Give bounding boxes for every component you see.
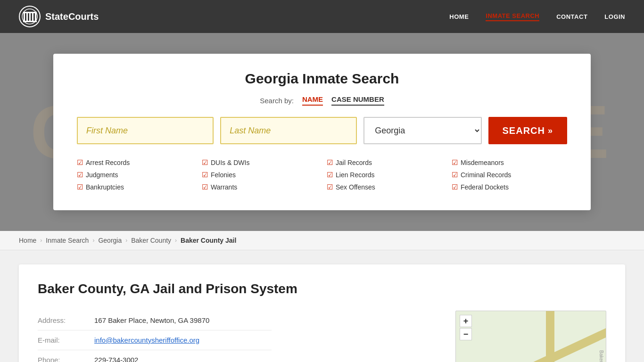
label-address: Address: (38, 311, 94, 330)
map-road (546, 311, 554, 362)
checkbox-label: Jail Records (336, 159, 372, 166)
logo-text: StateCourts (45, 11, 99, 22)
breadcrumb-home[interactable]: Home (19, 237, 36, 244)
breadcrumb-current: Baker County Jail (181, 237, 236, 244)
breadcrumb-georgia[interactable]: Georgia (98, 237, 122, 244)
value-address: 167 Baker Place, Newton, GA 39870 (94, 311, 272, 330)
search-modal: Georgia Inmate Search Search by: NAME CA… (53, 54, 591, 210)
logo-icon (19, 6, 41, 27)
tab-case-number[interactable]: CASE NUMBER (331, 95, 384, 106)
checkbox-label: Bankruptcies (86, 183, 124, 191)
main-nav: HOME INMATE SEARCH CONTACT LOGIN (449, 12, 625, 21)
label-phone: Phone: (38, 350, 94, 362)
value-phone: 229-734-3002 (94, 350, 272, 362)
checkboxes-grid: ☑ Arrest Records ☑ DUIs & DWIs ☑ Jail Re… (77, 158, 567, 191)
svg-rect-5 (32, 13, 33, 21)
checkmark-icon: ☑ (327, 158, 333, 167)
checkmark-icon: ☑ (77, 183, 83, 191)
breadcrumb-baker-county[interactable]: Baker County (131, 237, 171, 244)
checkbox-judgments: ☑ Judgments (77, 171, 192, 179)
main-content: Baker County, GA Jail and Prison System … (0, 250, 644, 362)
svg-rect-7 (23, 12, 37, 13)
checkmark-icon: ☑ (452, 158, 458, 167)
checkbox-label: Arrest Records (86, 159, 130, 166)
checkbox-misdemeanors: ☑ Misdemeanors (452, 158, 567, 167)
card-title: Baker County, GA Jail and Prison System (38, 281, 606, 296)
svg-rect-6 (35, 13, 36, 21)
state-select-wrapper: Georgia Alabama Florida Tennessee (363, 117, 481, 144)
checkbox-jail-records: ☑ Jail Records (327, 158, 442, 167)
checkbox-sex-offenses: ☑ Sex Offenses (327, 183, 442, 191)
state-select[interactable]: Georgia Alabama Florida Tennessee (363, 117, 481, 144)
breadcrumb-inmate-search[interactable]: Inmate Search (46, 237, 89, 244)
checkbox-label: Felonies (211, 171, 236, 179)
table-row: E-mail: info@bakercountysheriffoffice.or… (38, 330, 272, 350)
checkmark-icon: ☑ (202, 171, 208, 179)
modal-title: Georgia Inmate Search (77, 71, 567, 87)
checkbox-label: DUIs & DWIs (211, 159, 249, 166)
checkbox-duis-dwis: ☑ DUIs & DWIs (202, 158, 317, 167)
content-card: Baker County, GA Jail and Prison System … (19, 264, 625, 362)
logo[interactable]: StateCourts (19, 6, 99, 27)
breadcrumb-sep-3: › (125, 237, 127, 244)
checkbox-felonies: ☑ Felonies (202, 171, 317, 179)
checkmark-icon: ☑ (202, 158, 208, 167)
breadcrumb: Home › Inmate Search › Georgia › Baker C… (0, 231, 644, 250)
checkbox-label: Federal Dockets (461, 183, 509, 191)
search-by-label: Search by: (260, 97, 294, 105)
tab-name[interactable]: NAME (302, 95, 323, 106)
checkbox-arrest-records: ☑ Arrest Records (77, 158, 192, 167)
nav-login[interactable]: LOGIN (604, 13, 625, 20)
checkbox-label: Warrants (211, 183, 237, 191)
search-button[interactable]: SEARCH » (488, 117, 567, 144)
svg-rect-3 (26, 13, 28, 21)
checkmark-icon: ☑ (452, 183, 458, 191)
checkmark-icon: ☑ (77, 171, 83, 179)
checkbox-label: Judgments (86, 171, 118, 179)
checkbox-warrants: ☑ Warrants (202, 183, 317, 191)
search-inputs-row: Georgia Alabama Florida Tennessee SEARCH… (77, 117, 567, 144)
map-zoom-in[interactable]: + (460, 315, 472, 327)
svg-rect-8 (23, 21, 37, 22)
nav-contact[interactable]: CONTACT (556, 13, 587, 20)
table-row: Phone: 229-734-3002 (38, 350, 272, 362)
breadcrumb-sep-2: › (92, 237, 94, 244)
checkbox-federal-dockets: ☑ Federal Dockets (452, 183, 567, 191)
checkbox-bankruptcies: ☑ Bankruptcies (77, 183, 192, 191)
email-link[interactable]: info@bakercountysheriffoffice.org (94, 336, 199, 344)
checkbox-lien-records: ☑ Lien Records (327, 171, 442, 179)
checkmark-icon: ☑ (77, 158, 83, 167)
card-body-row: Address: 167 Baker Place, Newton, GA 398… (38, 311, 606, 362)
map-zoom-out[interactable]: − (460, 328, 472, 340)
first-name-input[interactable] (77, 117, 214, 144)
info-table: Address: 167 Baker Place, Newton, GA 398… (38, 311, 272, 362)
info-section: Address: 167 Baker Place, Newton, GA 398… (38, 311, 441, 362)
nav-home[interactable]: HOME (449, 13, 469, 20)
search-chevron-icon: » (548, 126, 553, 136)
breadcrumb-sep-4: › (175, 237, 177, 244)
search-button-label: SEARCH (503, 125, 545, 136)
checkmark-icon: ☑ (327, 171, 333, 179)
search-by-row: Search by: NAME CASE NUMBER (77, 95, 567, 106)
value-email: info@bakercountysheriffoffice.org (94, 330, 272, 350)
breadcrumb-sep-1: › (40, 237, 42, 244)
table-row: Address: 167 Baker Place, Newton, GA 398… (38, 311, 272, 330)
map-label: Baker C (599, 350, 604, 362)
checkbox-criminal-records: ☑ Criminal Records (452, 171, 567, 179)
checkbox-label: Lien Records (336, 171, 375, 179)
checkmark-icon: ☑ (452, 171, 458, 179)
checkbox-label: Sex Offenses (336, 183, 375, 191)
checkmark-icon: ☑ (327, 183, 333, 191)
label-email: E-mail: (38, 330, 94, 350)
checkmark-icon: ☑ (202, 183, 208, 191)
nav-inmate-search[interactable]: INMATE SEARCH (486, 12, 539, 21)
last-name-input[interactable] (220, 117, 357, 144)
checkbox-label: Misdemeanors (461, 159, 504, 166)
svg-rect-2 (24, 13, 25, 21)
map-road (455, 314, 606, 362)
map-section: + − 📍 Baker C (455, 311, 606, 362)
site-header: StateCourts HOME INMATE SEARCH CONTACT L… (0, 0, 644, 33)
hero-section: COURTHOUSE Georgia Inmate Search Search … (0, 33, 644, 231)
checkbox-label: Criminal Records (461, 171, 511, 179)
svg-rect-4 (29, 13, 31, 21)
